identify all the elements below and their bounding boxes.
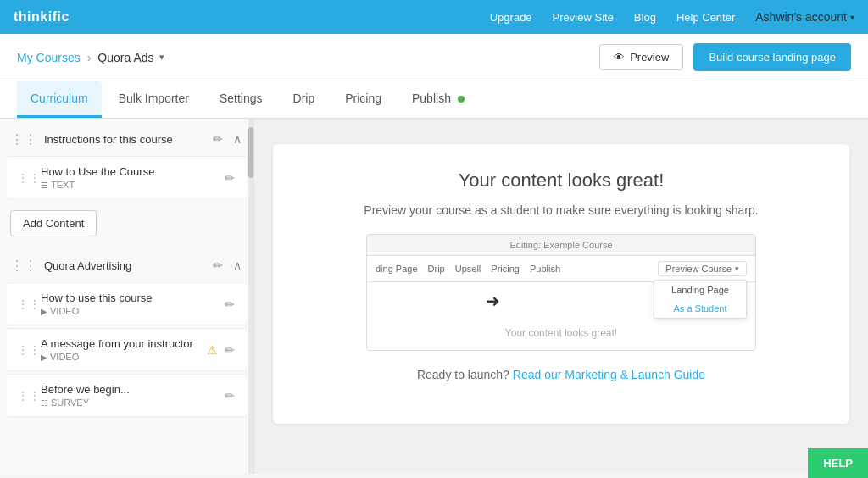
preview-button[interactable]: 👁 Preview [599, 44, 683, 70]
section-2-actions: ✏ ∧ [211, 257, 243, 274]
content-area: Your content looks great! Preview your c… [254, 119, 868, 474]
account-menu[interactable]: Ashwin's account [755, 10, 854, 24]
mini-tab-publish: Publish [530, 264, 560, 274]
lesson-2-info: How to use this course ▶ VIDEO [41, 292, 223, 316]
tab-settings[interactable]: Settings [206, 81, 276, 118]
mini-preview: Editing: Example Course ding Page Drip U… [366, 234, 756, 351]
breadcrumb-separator: › [87, 51, 92, 64]
breadcrumb-bar: My Courses › Quora Ads 👁 Preview Build c… [0, 34, 868, 81]
tab-bulk-importer[interactable]: Bulk Importer [105, 81, 203, 118]
section-2-collapse-button[interactable]: ∧ [231, 257, 243, 274]
add-content-button[interactable]: Add Content [10, 210, 97, 236]
section-2-drag-handle[interactable]: ⋮⋮ [10, 258, 37, 274]
breadcrumb-parent[interactable]: My Courses [17, 51, 81, 64]
lesson-2-drag-handle[interactable]: ⋮⋮ [17, 297, 41, 311]
lesson-1-edit-button[interactable]: ✏ [223, 170, 236, 186]
help-button[interactable]: HELP [808, 448, 868, 474]
build-landing-page-button[interactable]: Build course landing page [693, 43, 851, 71]
lesson-1-actions: ✏ [223, 170, 236, 186]
lesson-2-edit-button[interactable]: ✏ [223, 296, 236, 313]
lesson-4-drag-handle[interactable]: ⋮⋮ [17, 389, 41, 403]
lesson-2-actions: ✏ [223, 296, 236, 313]
lesson-3-edit-button[interactable]: ✏ [223, 342, 236, 358]
mini-preview-dropdown-menu: Landing Page As a Student [654, 280, 747, 319]
lesson-4-type: ☷ SURVEY [41, 397, 223, 408]
help-center-link[interactable]: Help Center [676, 11, 735, 24]
mini-tab-upsell: Upsell [455, 264, 481, 274]
preview-site-link[interactable]: Preview Site [553, 11, 614, 24]
breadcrumb-current[interactable]: Quora Ads [97, 51, 164, 64]
tabs-bar: Curriculum Bulk Importer Settings Drip P… [0, 81, 868, 119]
mini-tab-pricing: Pricing [491, 264, 520, 274]
top-nav: thinkific Upgrade Preview Site Blog Help… [0, 0, 868, 34]
tab-publish[interactable]: Publish [398, 81, 478, 118]
mini-preview-dropdown-label: Preview Course [665, 264, 732, 274]
top-nav-links: Upgrade Preview Site Blog Help Center As… [490, 10, 854, 24]
main-layout: ⋮⋮ Instructions for this course ✏ ∧ ⋮⋮ H… [0, 119, 868, 474]
lesson-4-edit-button[interactable]: ✏ [223, 387, 236, 404]
breadcrumb: My Courses › Quora Ads [17, 51, 164, 64]
lesson-1-type: ☰ TEXT [41, 180, 223, 190]
mini-preview-bar: Editing: Example Course [367, 235, 755, 256]
section-1-title: Instructions for this course [44, 133, 211, 146]
brand-logo: thinkific [14, 9, 70, 25]
section-1-drag-handle[interactable]: ⋮⋮ [10, 131, 37, 147]
video-icon-2: ▶ [41, 353, 47, 362]
mini-dropdown-landing[interactable]: Landing Page [654, 281, 746, 299]
lesson-item-3[interactable]: ⋮⋮ A message from your instructor ▶ VIDE… [7, 328, 247, 370]
section-2-title: Quora Advertising [44, 259, 211, 272]
eye-icon: 👁 [614, 51, 625, 64]
lesson-2-type: ▶ VIDEO [41, 306, 223, 316]
mini-tab-drip: Drip [428, 264, 445, 274]
lesson-1-info: How to Use the Course ☰ TEXT [41, 165, 223, 190]
sidebar: ⋮⋮ Instructions for this course ✏ ∧ ⋮⋮ H… [0, 119, 254, 474]
mini-tab-landing: ding Page [376, 264, 418, 274]
text-icon: ☰ [41, 181, 48, 190]
lesson-3-name: A message from your instructor [41, 337, 207, 350]
lesson-4-name: Before we begin... [41, 383, 223, 396]
mini-arrow-icon: ➜ [486, 291, 500, 311]
mini-preview-dropdown-container: Preview Course Landing Page As a Student [658, 261, 747, 276]
lesson-item-4[interactable]: ⋮⋮ Before we begin... ☷ SURVEY ✏ [7, 374, 247, 416]
lesson-item-1[interactable]: ⋮⋮ How to Use the Course ☰ TEXT ✏ [7, 156, 247, 198]
lesson-4-info: Before we begin... ☷ SURVEY [41, 383, 223, 408]
section-2-header: ⋮⋮ Quora Advertising ✏ ∧ [0, 245, 253, 282]
video-icon: ▶ [41, 307, 47, 316]
lesson-1-drag-handle[interactable]: ⋮⋮ [17, 171, 41, 185]
sidebar-scrollbar[interactable] [248, 119, 253, 474]
lesson-3-drag-handle[interactable]: ⋮⋮ [17, 343, 41, 357]
add-content-wrap: Add Content [0, 202, 253, 245]
section-1-collapse-button[interactable]: ∧ [231, 131, 243, 147]
lesson-2-name: How to use this course [41, 292, 223, 304]
section-1-edit-button[interactable]: ✏ [211, 131, 225, 147]
lesson-4-actions: ✏ [223, 387, 236, 404]
section-1-header: ⋮⋮ Instructions for this course ✏ ∧ [0, 119, 253, 156]
mini-preview-tabs: ding Page Drip Upsell Pricing Publish Pr… [367, 256, 755, 282]
mini-preview-dropdown[interactable]: Preview Course [658, 261, 747, 276]
lesson-1-name: How to Use the Course [41, 165, 223, 178]
content-card: Your content looks great! Preview your c… [273, 144, 849, 424]
tab-curriculum[interactable]: Curriculum [17, 81, 102, 118]
warning-icon: ⚠ [207, 343, 218, 357]
survey-icon: ☷ [41, 398, 48, 408]
mini-preview-content: Your content looks great! [367, 316, 755, 350]
tab-drip[interactable]: Drip [280, 81, 329, 118]
content-subheading: Preview your course as a student to make… [298, 203, 824, 217]
publish-dot [458, 96, 465, 103]
lesson-item-2[interactable]: ⋮⋮ How to use this course ▶ VIDEO ✏ [7, 282, 247, 325]
mini-dropdown-student[interactable]: As a Student [654, 299, 746, 318]
blog-link[interactable]: Blog [634, 11, 656, 24]
breadcrumb-actions: 👁 Preview Build course landing page [599, 43, 851, 71]
upgrade-link[interactable]: Upgrade [490, 11, 532, 24]
lesson-3-actions: ⚠ ✏ [207, 342, 236, 358]
sidebar-scrollbar-thumb[interactable] [248, 127, 253, 178]
section-2-edit-button[interactable]: ✏ [211, 257, 225, 274]
marketing-guide-link[interactable]: Read our Marketing & Launch Guide [513, 368, 705, 381]
mini-preview-tabs-left: ding Page Drip Upsell Pricing Publish [376, 264, 560, 274]
tab-pricing[interactable]: Pricing [331, 81, 395, 118]
lesson-3-info: A message from your instructor ▶ VIDEO [41, 337, 207, 362]
section-1-actions: ✏ ∧ [211, 131, 243, 147]
content-heading: Your content looks great! [298, 170, 824, 192]
lesson-3-type: ▶ VIDEO [41, 352, 207, 362]
launch-text: Ready to launch? Read our Marketing & La… [298, 368, 824, 381]
